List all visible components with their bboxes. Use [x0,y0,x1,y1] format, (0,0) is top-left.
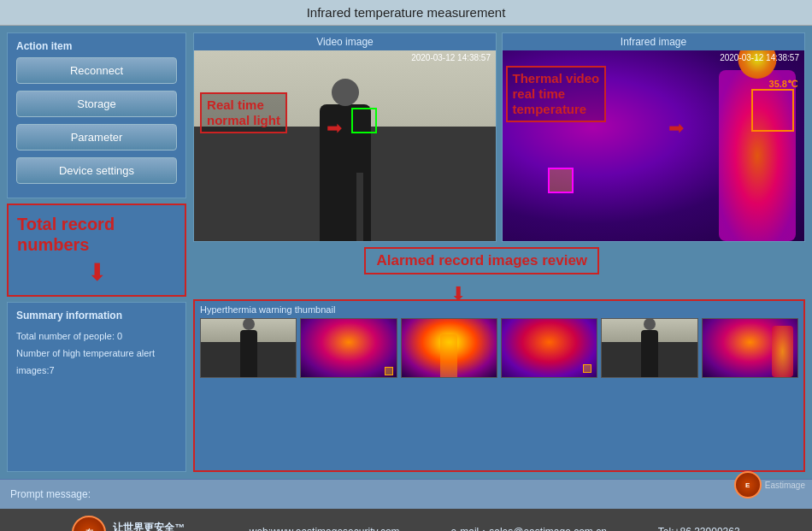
thumb-item-4[interactable] [501,318,597,378]
video-label: Video image [194,33,496,50]
normal-annotation-arrow: ➡ [327,117,342,139]
watermark-logo: E [734,471,762,499]
thermal-square [548,168,574,193]
main-area: Action item Reconnect Storage Parameter … [0,26,812,479]
summary-label: Summary information [16,310,177,322]
thumb-item-2[interactable] [300,318,397,378]
normal-annotation-text: Real timenormal light [207,97,280,128]
thumb-label: Hyperthermia warning thumbnail [200,304,798,315]
footer-email: e-mail：sales@eastimage.com.cn [451,523,607,531]
right-panel: Video image 2020-03-12 14:38:57 Real tim… [193,32,805,472]
parameter-button[interactable]: Parameter [16,124,177,150]
timestamp2: 2020-03-12 14:38:57 [720,53,799,62]
thumb-row [200,318,798,378]
video-section-infrared: Infrared image 2020-03-12 14:38:57 35.8℃… [502,32,805,242]
storage-button[interactable]: Storage [16,91,177,117]
normal-annotation-box: Real timenormal light [200,92,287,133]
reconnect-button[interactable]: Reconnect [16,57,177,84]
prompt-label: Prompt message: [10,488,91,500]
video-content-normal: 2020-03-12 14:38:57 Real timenormal ligh… [194,50,496,241]
logo-icon: 东 [72,516,106,531]
thermal-annotation-text: Thermal videoreal timetemperature [513,71,600,117]
record-arrow: ⬇ [17,258,176,286]
footer-tel: Tel:+86 33909363 [658,523,740,531]
brand-name: 让世界更安全™ [113,521,197,531]
cam-head [332,79,359,106]
alarmed-arrow: ⬇ [450,283,466,305]
thumb-item-1[interactable] [200,318,297,378]
title-bar: Infrared temperature measurement [0,0,812,26]
footer-logo: 东 让世界更安全™ Building A Safer World [72,516,197,531]
summary-people: Total number of people: 0 [16,328,177,345]
device-settings-button[interactable]: Device settings [16,157,177,184]
summary-alert: Number of high temperature alert images:… [16,345,177,380]
watermark-text: Eastimage [765,481,805,490]
left-panel: Action item Reconnect Storage Parameter … [7,32,186,472]
alarmed-box: Alarmed record images review [364,247,599,274]
cam-image [194,50,496,241]
footer-web: web:www.eastimagesecurity.com [250,523,400,531]
watermark-area: E Eastimage [734,471,805,499]
thumb-item-6[interactable] [702,318,798,378]
video-section-normal: Video image 2020-03-12 14:38:57 Real tim… [193,32,497,242]
prompt-bar: Prompt message: E Eastimage [0,479,812,509]
footer: 东 让世界更安全™ Building A Safer World web:www… [0,509,812,531]
thumb-item-5[interactable] [601,318,697,378]
record-box: Total record numbers ⬇ [7,204,186,297]
alarmed-text: Alarmed record images review [376,252,587,269]
thermal-annotation-box: Thermal videoreal timetemperature [506,66,607,122]
cam-tripod [356,173,363,241]
temp-value: 35.8℃ [769,79,797,90]
app-title: Infrared temperature measurement [307,5,506,20]
thumb-item-3[interactable] [401,318,497,378]
infrared-label: Infrared image [503,33,804,50]
thumbnail-section: Hyperthermia warning thumbnail [193,299,805,472]
timestamp1: 2020-03-12 14:38:57 [411,53,491,62]
face-detection-box [351,108,377,133]
action-item-box: Action item Reconnect Storage Parameter … [7,32,186,198]
footer-brand-text: 让世界更安全™ Building A Safer World [113,521,197,531]
video-row: Video image 2020-03-12 14:38:57 Real tim… [193,32,805,242]
alarmed-area: Alarmed record images review ⬇ [193,247,805,294]
record-label: Total record numbers [17,214,176,255]
thermal-face-box [751,89,794,132]
action-label: Action item [16,40,177,52]
video-content-infrared: 2020-03-12 14:38:57 35.8℃ Thermal videor… [503,50,804,241]
thermal-annotation-arrow: ➡ [668,117,684,139]
summary-box: Summary information Total number of peop… [7,302,186,472]
